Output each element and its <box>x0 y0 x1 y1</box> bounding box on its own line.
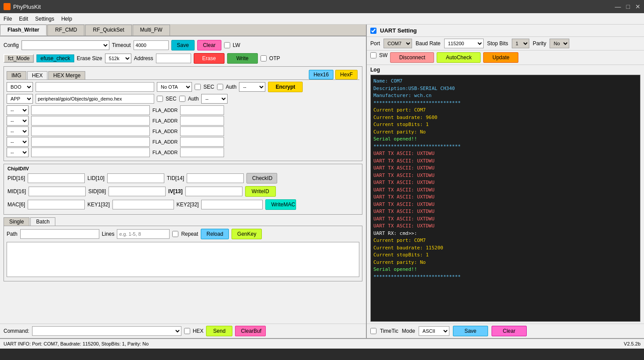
disconnect-button[interactable]: Disconnect <box>390 52 434 63</box>
erase-size-select[interactable]: 512k 256k 1M <box>105 54 131 63</box>
fla-select-2[interactable]: --BOOAPP <box>7 126 29 136</box>
command-input[interactable] <box>32 326 181 336</box>
batch-textarea[interactable] <box>7 242 359 277</box>
address-input[interactable] <box>156 54 191 63</box>
config-select[interactable] <box>22 40 109 50</box>
fla-path-0[interactable] <box>31 105 150 115</box>
fla-addr-3[interactable] <box>180 137 224 147</box>
auth-checkbox[interactable] <box>217 84 223 90</box>
subtab-hex[interactable]: HEX <box>27 71 48 79</box>
sec-checkbox[interactable] <box>195 84 201 90</box>
write-button[interactable]: Write <box>227 53 258 64</box>
log-clear-button[interactable]: Clear <box>492 326 527 336</box>
app-sec-checkbox[interactable] <box>157 96 163 102</box>
fla-select-4[interactable]: --BOOAPP <box>7 148 29 157</box>
autocheck-button[interactable]: AutoCheck <box>437 52 481 63</box>
fla-addr-2[interactable] <box>180 126 224 136</box>
encrypt-button[interactable]: Encrypt <box>268 82 303 92</box>
batch-path-input[interactable] <box>20 229 99 239</box>
app-path-input[interactable] <box>36 94 154 104</box>
subtab-hex-merge[interactable]: HEX Merge <box>48 71 85 79</box>
otp-checkbox[interactable] <box>260 55 267 61</box>
fla-addr-0[interactable] <box>180 105 224 115</box>
lid-input[interactable] <box>107 173 164 183</box>
ota-select[interactable]: No OTA OTA <box>157 82 192 92</box>
fla-path-2[interactable] <box>31 126 150 136</box>
timeout-input[interactable] <box>134 40 169 50</box>
fla-path-4[interactable] <box>31 148 150 157</box>
log-line: Current stopBits: 1 <box>373 121 637 129</box>
lines-input[interactable] <box>117 229 170 239</box>
address-label: Address <box>134 55 153 61</box>
write-mac-button[interactable]: WriteMAC <box>265 199 296 210</box>
clearbuf-button[interactable]: ClearBuf <box>235 326 266 336</box>
hex16-button[interactable]: Hex16 <box>309 70 334 79</box>
tab-rf-cmd[interactable]: RF_CMD <box>47 25 84 36</box>
tab-flash-writer[interactable]: Flash_Writer <box>0 25 47 36</box>
close-button[interactable]: ✕ <box>635 3 640 10</box>
titlebar-controls[interactable]: — □ ✕ <box>615 3 640 10</box>
reload-button[interactable]: Reload <box>201 229 229 239</box>
fla-addr-label-3: FLA_ADDR <box>152 139 177 144</box>
update-button[interactable]: Update <box>483 52 518 63</box>
key1-input[interactable] <box>112 200 174 209</box>
parity-select[interactable]: No <box>550 39 569 48</box>
minimize-button[interactable]: — <box>615 3 621 10</box>
iv13-input[interactable] <box>185 187 242 196</box>
fla-select-1[interactable]: --BOOAPP <box>7 116 29 126</box>
save-button[interactable]: Save <box>171 40 195 50</box>
boo-path-input[interactable] <box>36 82 154 92</box>
menu-settings[interactable]: Settings <box>35 16 54 22</box>
lw-checkbox[interactable] <box>224 42 230 48</box>
tid-input[interactable] <box>187 173 244 183</box>
send-button[interactable]: Send <box>206 326 232 336</box>
menu-help[interactable]: Help <box>61 16 72 22</box>
fla-addr-4[interactable] <box>180 148 224 157</box>
genkey-button[interactable]: GenKey <box>232 229 262 239</box>
batch-row: Path Lines Repeat Reload GenKey <box>7 229 359 239</box>
app-auth-checkbox[interactable] <box>179 96 185 102</box>
tab-rf-quickset[interactable]: RF_QuickSet <box>85 25 131 36</box>
mac-input[interactable] <box>28 200 85 209</box>
app-dropdown[interactable]: -- <box>201 94 228 104</box>
boo-dropdown[interactable]: -- <box>239 82 265 92</box>
tab-multi-fw[interactable]: Multi_FW <box>133 25 170 36</box>
app-select[interactable]: APP BOO -- <box>7 94 33 104</box>
maximize-button[interactable]: □ <box>626 3 630 10</box>
boo-select[interactable]: BOO APP -- <box>7 82 33 92</box>
fla-path-1[interactable] <box>31 116 150 126</box>
port-select[interactable]: COM7 <box>384 39 412 48</box>
menu-file[interactable]: File <box>4 16 12 22</box>
hex-checkbox[interactable] <box>184 328 190 334</box>
uart-enabled-checkbox[interactable] <box>370 28 376 34</box>
key2-input[interactable] <box>201 200 263 209</box>
mid-input[interactable] <box>29 187 86 196</box>
titlebar: PhyPlusKit — □ ✕ <box>0 0 644 13</box>
fct-mode-button[interactable]: fct_Mode <box>4 54 34 63</box>
menu-edit[interactable]: Edit <box>19 16 28 22</box>
mode-select[interactable]: ASCII HEX <box>419 326 449 336</box>
fla-path-3[interactable] <box>31 137 150 147</box>
subtab-single[interactable]: Single <box>4 217 29 226</box>
log-line: UART TX ASCII: UXTDWU <box>373 172 637 180</box>
stop-select[interactable]: 1 <box>512 39 529 48</box>
pid-input[interactable] <box>28 173 85 183</box>
subtab-batch[interactable]: Batch <box>30 217 55 226</box>
clear-button[interactable]: Clear <box>197 40 221 50</box>
timeticcheckbox[interactable] <box>370 328 376 334</box>
sw-checkbox[interactable] <box>370 52 376 58</box>
subtab-img[interactable]: IMG <box>7 71 26 79</box>
baud-select[interactable]: 9600 19200 38400 57600 115200 230400 <box>444 39 484 48</box>
sid-input[interactable] <box>109 187 166 196</box>
fla-addr-1[interactable] <box>180 116 224 126</box>
erase-button[interactable]: Erase <box>194 53 224 64</box>
log-save-button[interactable]: Save <box>453 326 488 336</box>
write-id-button[interactable]: WriteID <box>245 186 276 197</box>
fla-select-0[interactable]: --BOOAPP <box>7 105 29 115</box>
fla-select-3[interactable]: --BOOAPP <box>7 137 29 147</box>
lw-label: LW <box>233 42 240 48</box>
efuse-check-button[interactable]: efuse_check <box>36 54 74 62</box>
hexf-button[interactable]: HexF <box>335 70 358 79</box>
check-id-button[interactable]: CheckID <box>246 173 277 184</box>
repeat-checkbox[interactable] <box>172 231 178 237</box>
